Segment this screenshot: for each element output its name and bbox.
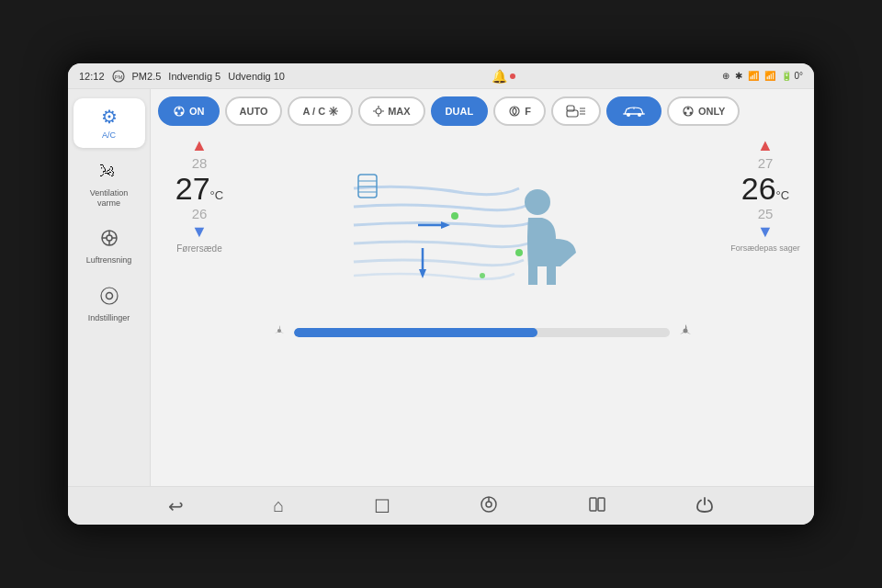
settings-icon: [99, 286, 119, 311]
left-temp-up[interactable]: ▲: [191, 137, 208, 153]
svg-text:🌬: 🌬: [99, 163, 115, 180]
svg-point-4: [107, 235, 112, 241]
bottom-nav: ↩ ⌂ ☐: [68, 486, 814, 525]
right-panel: ON AUTO A / C: [151, 89, 814, 486]
on-label: ON: [189, 106, 205, 117]
recents-button[interactable]: ☐: [363, 492, 401, 521]
svg-point-12: [178, 107, 181, 110]
right-temp-up[interactable]: ▲: [757, 137, 774, 153]
split-button[interactable]: [577, 492, 617, 521]
right-temp-down[interactable]: ▼: [757, 223, 774, 240]
screen-bezel: 12:12 PM PM2.5 Indvendig 5 Udvendig 10 🔔…: [64, 60, 818, 528]
svg-point-51: [486, 502, 492, 507]
fan-slow-icon: [272, 323, 287, 342]
main-content: ⚙ A/C 🌬 Ventilation varme: [68, 89, 814, 486]
svg-point-44: [525, 189, 550, 215]
climate-body: ▲ 28 27 °C 26 ▼ Førersæde: [158, 133, 807, 479]
ac-icon: ⚙: [101, 106, 118, 128]
fan-only-icon: [682, 105, 695, 118]
time: 12:12: [79, 71, 105, 82]
car-icon: [621, 105, 647, 118]
right-temp-below: 25: [758, 206, 774, 221]
indoor-label: Indvendig 5: [168, 71, 220, 82]
status-right: ⊕ ✱ 📶 📶 🔋 0°: [722, 71, 803, 81]
back-button[interactable]: ↩: [157, 492, 195, 521]
right-temp-control: ▲ 27 26 °C 25 ▼ Forsædepas sager: [724, 133, 807, 479]
dual-button[interactable]: DUAL: [431, 96, 489, 126]
sun-icon: [373, 106, 384, 117]
notification-dot: 🔔: [492, 69, 515, 84]
location-icon: ⊕: [722, 71, 729, 81]
seat-heat-icon: [566, 105, 586, 118]
left-temp-unit: °C: [210, 188, 224, 202]
signal-icon: 📶: [764, 71, 775, 81]
svg-point-14: [181, 112, 184, 115]
svg-point-47: [480, 273, 485, 278]
only-label: ONLY: [698, 106, 726, 117]
svg-point-46: [515, 249, 523, 256]
auto-button[interactable]: AUTO: [225, 96, 283, 126]
bluetooth-icon: ✱: [735, 71, 742, 81]
sidebar-item-airclean[interactable]: Luftrensning: [74, 220, 145, 273]
on-button[interactable]: ON: [158, 96, 220, 126]
wifi-icon: 📶: [748, 71, 759, 81]
left-temp-below: 26: [192, 206, 208, 221]
outdoor-label: Udvendig 10: [228, 71, 285, 82]
left-temp-above: 28: [192, 155, 208, 171]
fan-bar-fill: [294, 328, 538, 337]
dual-label: DUAL: [446, 106, 474, 117]
airclean-icon: [99, 228, 119, 253]
power-button[interactable]: [684, 492, 725, 521]
status-left: 12:12 PM PM2.5 Indvendig 5 Udvendig 10: [79, 70, 285, 83]
pm-icon: PM: [112, 70, 125, 83]
ventilation-icon: 🌬: [99, 161, 119, 186]
home-button[interactable]: ⌂: [262, 492, 295, 520]
sidebar-settings-label: Indstillinger: [88, 313, 130, 323]
right-temp-unit: °C: [776, 188, 790, 202]
left-temp-down[interactable]: ▼: [191, 223, 208, 240]
auto-label: AUTO: [240, 106, 268, 117]
left-temp-main-wrap: 27 °C: [175, 173, 223, 204]
svg-point-13: [175, 112, 178, 115]
f-label: F: [525, 106, 531, 117]
climate-visual: [248, 133, 717, 479]
fan-fast-icon: [677, 322, 694, 343]
fan-bar-container[interactable]: [294, 328, 670, 337]
svg-point-10: [101, 288, 118, 304]
sidebar-item-ventilation[interactable]: 🌬 Ventilation varme: [74, 153, 145, 216]
ac-snowflake-icon: [329, 107, 338, 116]
pm-label: PM2.5: [132, 71, 162, 82]
right-temp-above: 27: [758, 155, 774, 171]
sidebar-ac-label: A/C: [102, 130, 116, 141]
svg-point-45: [451, 212, 458, 220]
left-temp-control: ▲ 28 27 °C 26 ▼ Førersæde: [158, 133, 241, 479]
svg-point-34: [684, 112, 686, 115]
sidebar: ⚙ A/C 🌬 Ventilation varme: [68, 89, 151, 486]
svg-point-19: [376, 108, 381, 114]
ac-label: A / C: [302, 106, 325, 117]
svg-point-33: [686, 107, 689, 110]
left-temp-main: 27: [175, 173, 210, 204]
sidebar-ventilation-label: Ventilation varme: [79, 188, 140, 209]
heat-button[interactable]: [551, 96, 601, 126]
f-button[interactable]: F: [493, 96, 546, 126]
media-button[interactable]: [469, 492, 509, 521]
fan-speed-row: [272, 322, 694, 343]
status-bar: 12:12 PM PM2.5 Indvendig 5 Udvendig 10 🔔…: [68, 63, 814, 89]
airflow-visualization: [248, 133, 717, 317]
right-temp-main-wrap: 26 °C: [741, 173, 789, 204]
sidebar-item-ac[interactable]: ⚙ A/C: [74, 98, 145, 148]
car-button[interactable]: [606, 96, 662, 126]
ac-button[interactable]: A / C: [288, 96, 353, 126]
svg-point-35: [689, 112, 692, 115]
svg-point-9: [106, 293, 112, 300]
max-button[interactable]: MAX: [358, 96, 424, 126]
svg-rect-54: [598, 498, 605, 511]
recirculation-icon: [508, 105, 521, 118]
sidebar-item-settings[interactable]: Indstillinger: [74, 278, 145, 331]
svg-rect-53: [590, 498, 596, 511]
only-button[interactable]: ONLY: [667, 96, 741, 126]
right-temp-main: 26: [741, 173, 776, 204]
screen: 12:12 PM PM2.5 Indvendig 5 Udvendig 10 🔔…: [68, 63, 814, 525]
left-temp-label: Førersæde: [176, 243, 221, 254]
